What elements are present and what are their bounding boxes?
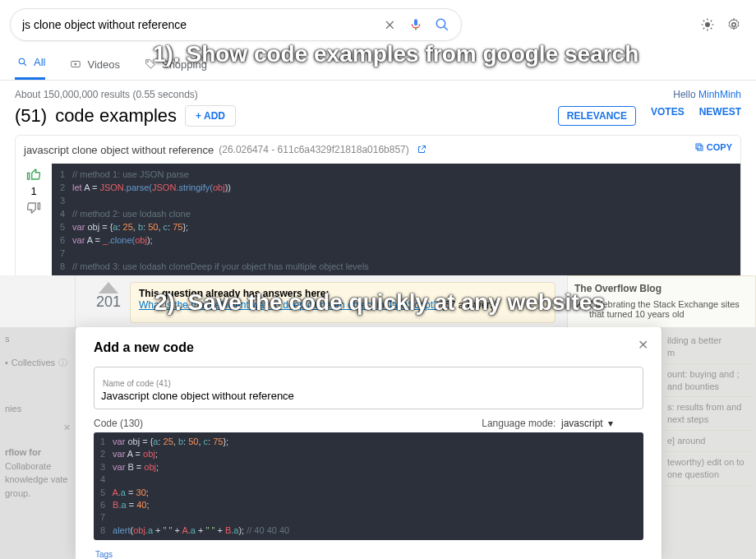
user-link[interactable]: MinhMinh [698, 89, 741, 100]
result-stats: About 150,000,000 results (0.55 seconds) [15, 89, 198, 100]
sort-newest[interactable]: NEWEST [699, 106, 741, 126]
hello-user: Hello MinhMinh [673, 89, 741, 100]
so-score: 201 [96, 293, 121, 311]
code-label: Code (130) [94, 418, 143, 429]
headline-2: 2). Save the code quickly at any website… [154, 289, 605, 316]
external-icon[interactable] [414, 142, 429, 157]
search-small-icon [15, 54, 30, 69]
search-input[interactable] [22, 18, 382, 31]
tab-videos[interactable]: Videos [68, 57, 120, 80]
svg-point-2 [705, 22, 710, 27]
svg-point-3 [732, 23, 736, 27]
clear-icon[interactable] [382, 17, 397, 32]
sort-votes[interactable]: VOTES [651, 106, 685, 126]
tab-videos-label: Videos [87, 58, 120, 71]
examples-label: code examples [55, 105, 177, 127]
card-hash: (26.026474 - 611c6a4329f21818a016b857) [219, 144, 409, 155]
mic-icon[interactable] [408, 17, 423, 32]
name-label: Name of code (41) [101, 379, 636, 388]
svg-rect-0 [414, 19, 417, 25]
gear-icon[interactable] [726, 17, 741, 32]
add-button[interactable]: + ADD [185, 105, 236, 127]
card-title: javascript clone object without referenc… [24, 144, 214, 156]
search-icon[interactable] [435, 17, 449, 32]
headline-1: 1). Show code examples from google searc… [153, 41, 638, 67]
svg-rect-8 [696, 144, 701, 149]
svg-point-6 [147, 61, 149, 62]
svg-rect-7 [698, 146, 703, 150]
copy-button[interactable]: COPY [694, 142, 732, 157]
tab-all-label: All [34, 56, 45, 68]
thumb-up-icon[interactable] [26, 167, 41, 182]
thumb-down-icon[interactable] [26, 201, 41, 215]
vote-up-icon[interactable] [99, 282, 118, 293]
theme-icon[interactable] [700, 17, 715, 32]
lang-select[interactable]: javascript ▾ [561, 418, 643, 429]
code-name-input[interactable] [101, 388, 636, 404]
sort-relevance[interactable]: RELEVANCE [558, 106, 636, 126]
tab-all[interactable]: All [15, 54, 45, 80]
modal-title: Add a new code [94, 340, 643, 355]
tags-label: Tags [94, 550, 643, 559]
examples-count: (51) [15, 105, 47, 127]
search-box[interactable] [10, 8, 462, 41]
video-icon [68, 57, 83, 72]
modal-code-block[interactable]: 1 var obj = {a: 25, b: 50, c: 75}; 2 var… [94, 432, 643, 540]
svg-point-1 [436, 19, 445, 28]
add-code-modal: ✕ Add a new code Name of code (41) Code … [76, 327, 662, 559]
svg-point-4 [19, 58, 25, 64]
vote-count: 1 [30, 185, 36, 197]
close-icon[interactable]: ✕ [638, 337, 648, 353]
